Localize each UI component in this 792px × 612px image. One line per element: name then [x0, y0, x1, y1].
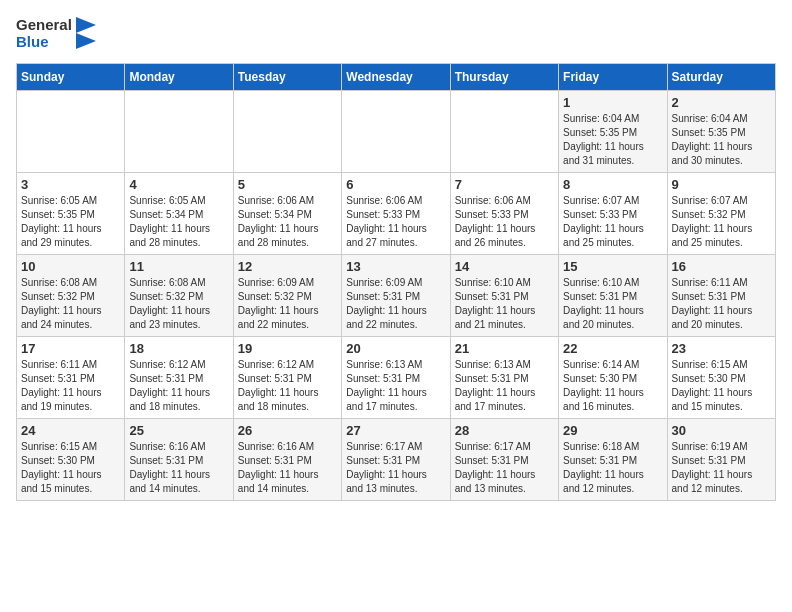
day-info: Sunrise: 6:04 AM Sunset: 5:35 PM Dayligh…: [672, 112, 771, 168]
day-number: 6: [346, 177, 445, 192]
weekday-header-row: SundayMondayTuesdayWednesdayThursdayFrid…: [17, 63, 776, 90]
day-number: 22: [563, 341, 662, 356]
calendar-cell: 27Sunrise: 6:17 AM Sunset: 5:31 PM Dayli…: [342, 418, 450, 500]
day-number: 7: [455, 177, 554, 192]
calendar-cell: 4Sunrise: 6:05 AM Sunset: 5:34 PM Daylig…: [125, 172, 233, 254]
day-number: 11: [129, 259, 228, 274]
logo-wordmark: General Blue: [16, 16, 72, 51]
calendar-cell: 12Sunrise: 6:09 AM Sunset: 5:32 PM Dayli…: [233, 254, 341, 336]
calendar-cell: 20Sunrise: 6:13 AM Sunset: 5:31 PM Dayli…: [342, 336, 450, 418]
calendar-cell: 21Sunrise: 6:13 AM Sunset: 5:31 PM Dayli…: [450, 336, 558, 418]
calendar-cell: 18Sunrise: 6:12 AM Sunset: 5:31 PM Dayli…: [125, 336, 233, 418]
day-number: 21: [455, 341, 554, 356]
svg-marker-0: [76, 17, 96, 33]
calendar-cell: 1Sunrise: 6:04 AM Sunset: 5:35 PM Daylig…: [559, 90, 667, 172]
day-number: 2: [672, 95, 771, 110]
calendar-cell: 10Sunrise: 6:08 AM Sunset: 5:32 PM Dayli…: [17, 254, 125, 336]
weekday-header-sunday: Sunday: [17, 63, 125, 90]
calendar-cell: [17, 90, 125, 172]
day-number: 17: [21, 341, 120, 356]
day-number: 16: [672, 259, 771, 274]
calendar-cell: [233, 90, 341, 172]
day-info: Sunrise: 6:18 AM Sunset: 5:31 PM Dayligh…: [563, 440, 662, 496]
day-info: Sunrise: 6:10 AM Sunset: 5:31 PM Dayligh…: [455, 276, 554, 332]
calendar-cell: 30Sunrise: 6:19 AM Sunset: 5:31 PM Dayli…: [667, 418, 775, 500]
day-number: 3: [21, 177, 120, 192]
week-row-0: 1Sunrise: 6:04 AM Sunset: 5:35 PM Daylig…: [17, 90, 776, 172]
day-info: Sunrise: 6:12 AM Sunset: 5:31 PM Dayligh…: [238, 358, 337, 414]
day-number: 1: [563, 95, 662, 110]
calendar-cell: 13Sunrise: 6:09 AM Sunset: 5:31 PM Dayli…: [342, 254, 450, 336]
calendar-cell: 7Sunrise: 6:06 AM Sunset: 5:33 PM Daylig…: [450, 172, 558, 254]
weekday-header-saturday: Saturday: [667, 63, 775, 90]
day-info: Sunrise: 6:13 AM Sunset: 5:31 PM Dayligh…: [455, 358, 554, 414]
day-info: Sunrise: 6:14 AM Sunset: 5:30 PM Dayligh…: [563, 358, 662, 414]
logo: General Blue: [16, 16, 96, 51]
day-number: 18: [129, 341, 228, 356]
week-row-1: 3Sunrise: 6:05 AM Sunset: 5:35 PM Daylig…: [17, 172, 776, 254]
calendar-cell: 5Sunrise: 6:06 AM Sunset: 5:34 PM Daylig…: [233, 172, 341, 254]
day-info: Sunrise: 6:04 AM Sunset: 5:35 PM Dayligh…: [563, 112, 662, 168]
day-info: Sunrise: 6:17 AM Sunset: 5:31 PM Dayligh…: [455, 440, 554, 496]
day-info: Sunrise: 6:10 AM Sunset: 5:31 PM Dayligh…: [563, 276, 662, 332]
day-number: 29: [563, 423, 662, 438]
day-info: Sunrise: 6:13 AM Sunset: 5:31 PM Dayligh…: [346, 358, 445, 414]
day-info: Sunrise: 6:17 AM Sunset: 5:31 PM Dayligh…: [346, 440, 445, 496]
day-number: 10: [21, 259, 120, 274]
day-info: Sunrise: 6:06 AM Sunset: 5:33 PM Dayligh…: [346, 194, 445, 250]
calendar-cell: 8Sunrise: 6:07 AM Sunset: 5:33 PM Daylig…: [559, 172, 667, 254]
weekday-header-friday: Friday: [559, 63, 667, 90]
calendar-cell: 11Sunrise: 6:08 AM Sunset: 5:32 PM Dayli…: [125, 254, 233, 336]
day-number: 26: [238, 423, 337, 438]
day-info: Sunrise: 6:11 AM Sunset: 5:31 PM Dayligh…: [21, 358, 120, 414]
week-row-4: 24Sunrise: 6:15 AM Sunset: 5:30 PM Dayli…: [17, 418, 776, 500]
calendar-cell: 28Sunrise: 6:17 AM Sunset: 5:31 PM Dayli…: [450, 418, 558, 500]
day-number: 8: [563, 177, 662, 192]
day-info: Sunrise: 6:12 AM Sunset: 5:31 PM Dayligh…: [129, 358, 228, 414]
week-row-2: 10Sunrise: 6:08 AM Sunset: 5:32 PM Dayli…: [17, 254, 776, 336]
day-number: 13: [346, 259, 445, 274]
day-info: Sunrise: 6:16 AM Sunset: 5:31 PM Dayligh…: [238, 440, 337, 496]
day-number: 15: [563, 259, 662, 274]
day-number: 4: [129, 177, 228, 192]
day-info: Sunrise: 6:06 AM Sunset: 5:34 PM Dayligh…: [238, 194, 337, 250]
calendar-cell: 15Sunrise: 6:10 AM Sunset: 5:31 PM Dayli…: [559, 254, 667, 336]
calendar-cell: 29Sunrise: 6:18 AM Sunset: 5:31 PM Dayli…: [559, 418, 667, 500]
day-number: 24: [21, 423, 120, 438]
day-number: 9: [672, 177, 771, 192]
day-number: 28: [455, 423, 554, 438]
day-number: 12: [238, 259, 337, 274]
page-header: General Blue: [16, 16, 776, 51]
day-number: 25: [129, 423, 228, 438]
day-number: 27: [346, 423, 445, 438]
day-info: Sunrise: 6:16 AM Sunset: 5:31 PM Dayligh…: [129, 440, 228, 496]
day-info: Sunrise: 6:07 AM Sunset: 5:32 PM Dayligh…: [672, 194, 771, 250]
day-number: 5: [238, 177, 337, 192]
calendar-cell: 2Sunrise: 6:04 AM Sunset: 5:35 PM Daylig…: [667, 90, 775, 172]
day-info: Sunrise: 6:15 AM Sunset: 5:30 PM Dayligh…: [672, 358, 771, 414]
calendar-cell: 23Sunrise: 6:15 AM Sunset: 5:30 PM Dayli…: [667, 336, 775, 418]
calendar-cell: 17Sunrise: 6:11 AM Sunset: 5:31 PM Dayli…: [17, 336, 125, 418]
calendar-cell: 22Sunrise: 6:14 AM Sunset: 5:30 PM Dayli…: [559, 336, 667, 418]
day-info: Sunrise: 6:09 AM Sunset: 5:31 PM Dayligh…: [346, 276, 445, 332]
calendar-cell: 26Sunrise: 6:16 AM Sunset: 5:31 PM Dayli…: [233, 418, 341, 500]
day-info: Sunrise: 6:05 AM Sunset: 5:34 PM Dayligh…: [129, 194, 228, 250]
calendar-cell: 14Sunrise: 6:10 AM Sunset: 5:31 PM Dayli…: [450, 254, 558, 336]
day-info: Sunrise: 6:08 AM Sunset: 5:32 PM Dayligh…: [21, 276, 120, 332]
day-info: Sunrise: 6:06 AM Sunset: 5:33 PM Dayligh…: [455, 194, 554, 250]
day-info: Sunrise: 6:19 AM Sunset: 5:31 PM Dayligh…: [672, 440, 771, 496]
calendar-cell: [125, 90, 233, 172]
weekday-header-thursday: Thursday: [450, 63, 558, 90]
day-number: 20: [346, 341, 445, 356]
calendar-cell: 9Sunrise: 6:07 AM Sunset: 5:32 PM Daylig…: [667, 172, 775, 254]
calendar-cell: [342, 90, 450, 172]
day-info: Sunrise: 6:15 AM Sunset: 5:30 PM Dayligh…: [21, 440, 120, 496]
calendar-cell: [450, 90, 558, 172]
day-info: Sunrise: 6:08 AM Sunset: 5:32 PM Dayligh…: [129, 276, 228, 332]
day-number: 30: [672, 423, 771, 438]
logo-flag-icon: [76, 17, 96, 49]
day-info: Sunrise: 6:07 AM Sunset: 5:33 PM Dayligh…: [563, 194, 662, 250]
day-number: 14: [455, 259, 554, 274]
weekday-header-wednesday: Wednesday: [342, 63, 450, 90]
weekday-header-monday: Monday: [125, 63, 233, 90]
